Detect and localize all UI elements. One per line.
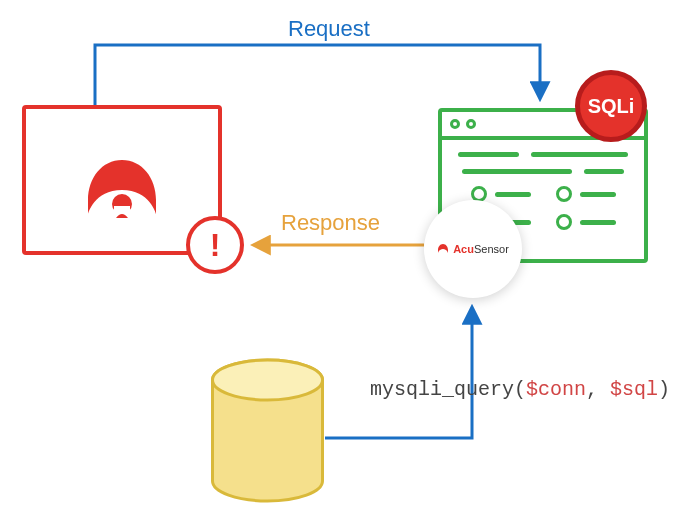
item-bar [580, 220, 616, 225]
content-line-row [458, 169, 628, 174]
item-circle-icon [556, 186, 572, 202]
content-line-row [458, 152, 628, 157]
item-bar [580, 192, 616, 197]
brand-suffix: Sensor [474, 243, 509, 255]
code-fn: mysqli_query( [370, 378, 526, 401]
content-item-row [458, 186, 628, 202]
content-line [584, 169, 624, 174]
response-label: Response [281, 210, 380, 236]
db-to-sensor-arrow [325, 308, 472, 438]
scanner-logo-icon [82, 152, 162, 222]
svg-point-3 [213, 360, 323, 400]
code-sep: , [586, 378, 610, 401]
code-snippet: mysqli_query($conn, $sql) [370, 378, 670, 401]
sqli-label: SQLi [588, 95, 635, 118]
sqli-badge: SQLi [575, 70, 647, 142]
request-label: Request [288, 16, 370, 42]
brand-prefix: Acu [453, 243, 474, 255]
database-icon [210, 358, 325, 503]
titlebar-dot [466, 119, 476, 129]
acusensor-node: AcuSensor [424, 200, 522, 298]
content-item [556, 214, 616, 230]
content-line [531, 152, 628, 157]
content-item [556, 186, 616, 202]
acusensor-label: AcuSensor [453, 243, 509, 255]
content-line [462, 169, 572, 174]
titlebar-dot [450, 119, 460, 129]
code-end: ) [658, 378, 670, 401]
diagram-canvas: Request Response mysqli_query($conn, $sq… [0, 0, 696, 524]
code-arg1: $conn [526, 378, 586, 401]
item-bar [495, 192, 531, 197]
request-arrow [95, 45, 540, 105]
content-line [458, 152, 519, 157]
code-arg2: $sql [610, 378, 658, 401]
acusensor-logo-icon [437, 243, 449, 255]
item-circle-icon [556, 214, 572, 230]
alert-badge: ! [186, 216, 244, 274]
alert-icon: ! [210, 229, 221, 261]
